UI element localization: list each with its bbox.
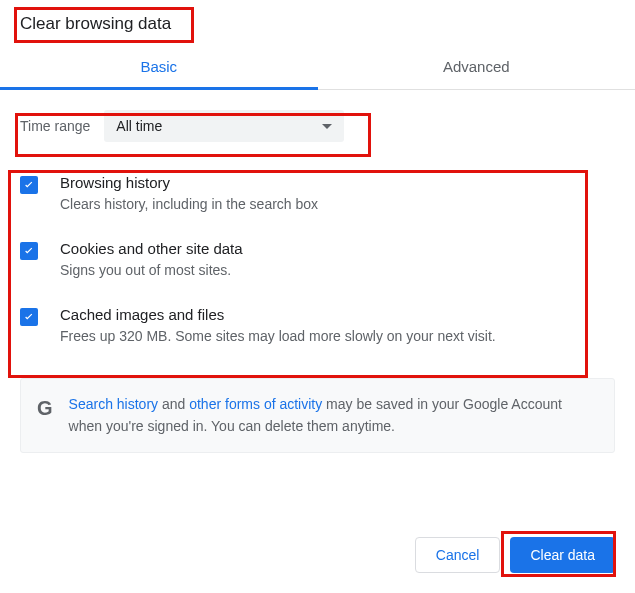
option-text: Cookies and other site data Signs you ou… <box>60 240 243 278</box>
option-desc: Signs you out of most sites. <box>60 262 243 278</box>
timerange-select[interactable]: All time <box>104 110 344 142</box>
option-title: Cookies and other site data <box>60 240 243 257</box>
option-cookies: Cookies and other site data Signs you ou… <box>20 228 615 294</box>
check-icon <box>22 178 36 192</box>
option-desc: Frees up 320 MB. Some sites may load mor… <box>60 328 496 344</box>
timerange-value: All time <box>116 118 162 134</box>
cancel-button[interactable]: Cancel <box>415 537 501 573</box>
checkbox-cookies[interactable] <box>20 242 38 260</box>
option-title: Cached images and files <box>60 306 496 323</box>
option-cache: Cached images and files Frees up 320 MB.… <box>20 294 615 360</box>
clear-data-button[interactable]: Clear data <box>510 537 615 573</box>
tab-basic[interactable]: Basic <box>0 44 318 89</box>
tabs: Basic Advanced <box>0 44 635 90</box>
tab-advanced[interactable]: Advanced <box>318 44 636 89</box>
link-search-history[interactable]: Search history <box>69 396 158 412</box>
timerange-row: Time range All time <box>20 110 615 142</box>
dialog-actions: Cancel Clear data <box>415 537 615 573</box>
check-icon <box>22 244 36 258</box>
option-title: Browsing history <box>60 174 318 191</box>
check-icon <box>22 310 36 324</box>
checkbox-cache[interactable] <box>20 308 38 326</box>
link-other-activity[interactable]: other forms of activity <box>189 396 322 412</box>
dialog-title: Clear browsing data <box>0 0 635 44</box>
option-text: Cached images and files Frees up 320 MB.… <box>60 306 496 344</box>
chevron-down-icon <box>322 124 332 129</box>
timerange-label: Time range <box>20 118 90 134</box>
google-logo-icon: G <box>37 397 53 420</box>
checkbox-browsing-history[interactable] <box>20 176 38 194</box>
notice-text: Search history and other forms of activi… <box>69 393 598 438</box>
options-list: Browsing history Clears history, includi… <box>0 152 635 366</box>
option-browsing-history: Browsing history Clears history, includi… <box>20 162 615 228</box>
notice-text-1: and <box>158 396 189 412</box>
option-desc: Clears history, including in the search … <box>60 196 318 212</box>
option-text: Browsing history Clears history, includi… <box>60 174 318 212</box>
notice-box: G Search history and other forms of acti… <box>20 378 615 453</box>
